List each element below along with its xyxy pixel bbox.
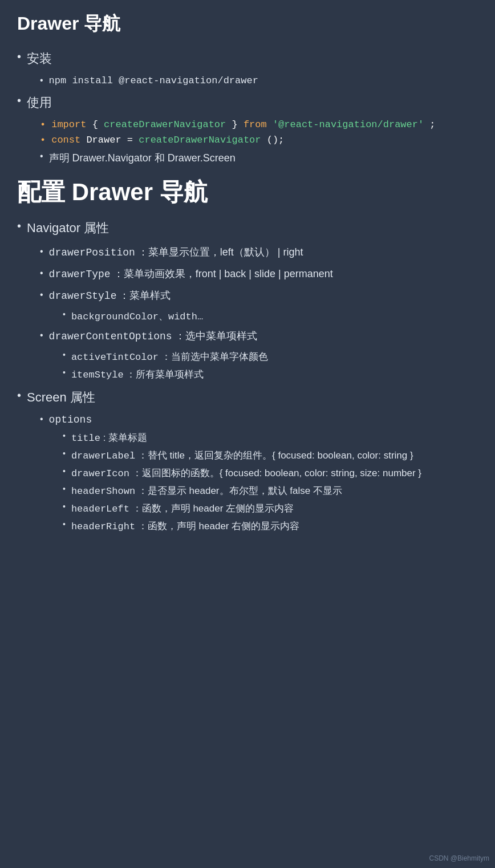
bullet-di: • bbox=[63, 467, 66, 476]
bullet-const: • bbox=[40, 135, 46, 145]
prop-dt-desc: ：菜单动画效果，front | back | slide | permanent bbox=[113, 268, 333, 279]
declare-line: • 声明 Drawer.Navigator 和 Drawer.Screen bbox=[40, 151, 478, 165]
prop-hl-desc: ：函数，声明 header 左侧的显示内容 bbox=[132, 503, 294, 514]
bullet-hr: • bbox=[63, 520, 66, 529]
prop-drawer-label: • drawerLabel ：替代 title，返回复杂的组件。{ focuse… bbox=[63, 449, 478, 462]
prop-drawer-style: • drawerStyle ：菜单样式 bbox=[40, 288, 478, 304]
navigator-section: • Navigator 属性 • drawerPosition ：菜单显示位置，… bbox=[17, 220, 478, 381]
watermark: CSDN @Biehmitym bbox=[429, 854, 489, 862]
bullet-ds: • bbox=[40, 288, 43, 302]
install-section: • 安装 • npm install @react-navigation/dra… bbox=[17, 50, 478, 86]
prop-ds-child-text: backgroundColor、width… bbox=[71, 310, 203, 323]
prop-dp-text: drawerPosition ：菜单显示位置，left（默认） | right bbox=[49, 245, 303, 261]
import-line: • import { createDrawerNavigator } from … bbox=[40, 119, 478, 130]
bullet-declare: • bbox=[40, 151, 43, 161]
usage-label: 使用 bbox=[27, 94, 52, 111]
prop-dl-text: drawerLabel ：替代 title，返回复杂的组件。{ focused:… bbox=[71, 449, 413, 462]
prop-is-name: itemStyle bbox=[71, 370, 124, 380]
prop-ds-desc: ：菜单样式 bbox=[119, 290, 171, 301]
prop-is-desc: ：所有菜单项样式 bbox=[126, 369, 204, 380]
bullet-at: • bbox=[63, 350, 66, 359]
import-code: import { createDrawerNavigator } from '@… bbox=[51, 119, 435, 130]
bullet-import: • bbox=[40, 119, 46, 130]
prop-dt-name: drawerType bbox=[49, 269, 111, 280]
prop-di-text: drawerIcon ：返回图标的函数。{ focused: boolean, … bbox=[71, 467, 421, 480]
prop-dt-text: drawerType ：菜单动画效果，front | back | slide … bbox=[49, 266, 333, 282]
prop-hs-desc: ：是否显示 header。布尔型，默认 false 不显示 bbox=[138, 485, 342, 496]
prop-dp-name: drawerPosition bbox=[49, 247, 135, 258]
screen-label-item: • Screen 属性 bbox=[17, 389, 478, 406]
install-label: 安装 bbox=[27, 50, 52, 67]
prop-hr-text: headerRight ：函数，声明 header 右侧的显示内容 bbox=[71, 520, 299, 533]
bullet-title: • bbox=[63, 431, 66, 440]
prop-hr-name: headerRight bbox=[71, 521, 135, 532]
bullet-dt: • bbox=[40, 266, 43, 280]
prop-header-left: • headerLeft ：函数，声明 header 左侧的显示内容 bbox=[63, 502, 478, 515]
prop-hs-text: headerShown ：是否显示 header。布尔型，默认 false 不显… bbox=[71, 484, 342, 497]
prop-at-name: activeTintColor bbox=[71, 352, 159, 363]
const-code: const Drawer = createDrawerNavigator (); bbox=[51, 135, 284, 145]
prop-drawer-position: • drawerPosition ：菜单显示位置，left（默认） | righ… bbox=[40, 245, 478, 261]
from-keyword: from bbox=[244, 119, 267, 130]
prop-title-text: title : 菜单标题 bbox=[71, 431, 147, 444]
bullet-hl: • bbox=[63, 502, 66, 511]
drawer-var: Drawer bbox=[86, 135, 127, 145]
prop-is-text: itemStyle ：所有菜单项样式 bbox=[71, 368, 204, 381]
declare-text: 声明 Drawer.Navigator 和 Drawer.Screen bbox=[49, 151, 236, 165]
prop-dp-colon: ：菜单显示位置，left（默认） | right bbox=[138, 246, 303, 258]
prop-dl-name: drawerLabel bbox=[71, 451, 135, 461]
install-command-item: • npm install @react-navigation/drawer bbox=[40, 75, 478, 86]
screen-label: Screen 属性 bbox=[27, 389, 95, 406]
main-title: Drawer 导航 bbox=[17, 11, 478, 36]
options-label: options bbox=[49, 414, 92, 425]
prop-drawer-type: • drawerType ：菜单动画效果，front | back | slid… bbox=[40, 266, 478, 282]
create-drawer-navigator-import: createDrawerNavigator bbox=[104, 119, 226, 130]
bullet-dco: • bbox=[40, 328, 43, 342]
bullet-is: • bbox=[63, 368, 66, 377]
prop-at-text: activeTintColor ：当前选中菜单字体颜色 bbox=[71, 350, 268, 363]
prop-header-shown: • headerShown ：是否显示 header。布尔型，默认 false … bbox=[63, 484, 478, 497]
bullet-install-cmd: • bbox=[40, 75, 43, 86]
bullet-dl: • bbox=[63, 449, 66, 458]
bullet-install: • bbox=[17, 50, 21, 63]
import-brace-open: { bbox=[92, 119, 104, 130]
prop-di-desc: ：返回图标的函数。{ focused: boolean, color: stri… bbox=[132, 468, 421, 478]
navigator-label: Navigator 属性 bbox=[27, 220, 109, 237]
prop-hl-name: headerLeft bbox=[71, 504, 129, 514]
bullet-options: • bbox=[40, 414, 43, 424]
import-keyword: import bbox=[51, 119, 86, 130]
install-command: npm install @react-navigation/drawer bbox=[49, 75, 258, 86]
prop-title-name: title bbox=[71, 433, 100, 444]
const-suffix: (); bbox=[267, 135, 285, 145]
options-item: • options bbox=[40, 414, 478, 425]
bullet-dp: • bbox=[40, 245, 43, 258]
import-brace-close: } bbox=[232, 119, 243, 130]
const-line: • const Drawer = createDrawerNavigator (… bbox=[40, 135, 478, 145]
prop-dco-desc: ：选中菜单项样式 bbox=[175, 330, 257, 342]
bullet-usage: • bbox=[17, 94, 21, 107]
prop-dco-name: drawerContentOptions bbox=[49, 331, 172, 342]
import-semicolon: ; bbox=[429, 119, 435, 130]
prop-dl-desc: ：替代 title，返回复杂的组件。{ focused: boolean, co… bbox=[138, 450, 413, 461]
import-string: '@react-navigation/drawer' bbox=[273, 119, 424, 130]
prop-hl-text: headerLeft ：函数，声明 header 左侧的显示内容 bbox=[71, 502, 294, 515]
const-keyword: const bbox=[51, 135, 80, 145]
prop-ds-child-bgcolor: • backgroundColor、width… bbox=[63, 310, 478, 323]
usage-item: • 使用 bbox=[17, 94, 478, 111]
navigator-label-item: • Navigator 属性 bbox=[17, 220, 478, 237]
equals-sign: = bbox=[127, 135, 139, 145]
bullet-screen: • bbox=[17, 389, 21, 402]
create-drawer-navigator-call: createDrawerNavigator bbox=[139, 135, 261, 145]
usage-section: • 使用 • import { createDrawerNavigator } … bbox=[17, 94, 478, 165]
screen-section: • Screen 属性 • options • title : 菜单标题 • d… bbox=[17, 389, 478, 533]
prop-drawer-icon: • drawerIcon ：返回图标的函数。{ focused: boolean… bbox=[63, 467, 478, 480]
prop-di-name: drawerIcon bbox=[71, 468, 129, 479]
install-item: • 安装 bbox=[17, 50, 478, 67]
prop-hs-name: headerShown bbox=[71, 486, 135, 497]
bullet-ds-child: • bbox=[63, 310, 66, 319]
prop-hr-desc: ：函数，声明 header 右侧的显示内容 bbox=[138, 521, 299, 532]
prop-header-right: • headerRight ：函数，声明 header 右侧的显示内容 bbox=[63, 520, 478, 533]
prop-active-tint: • activeTintColor ：当前选中菜单字体颜色 bbox=[63, 350, 478, 363]
prop-drawer-content-options: • drawerContentOptions ：选中菜单项样式 bbox=[40, 328, 478, 344]
bullet-navigator: • bbox=[17, 220, 21, 233]
